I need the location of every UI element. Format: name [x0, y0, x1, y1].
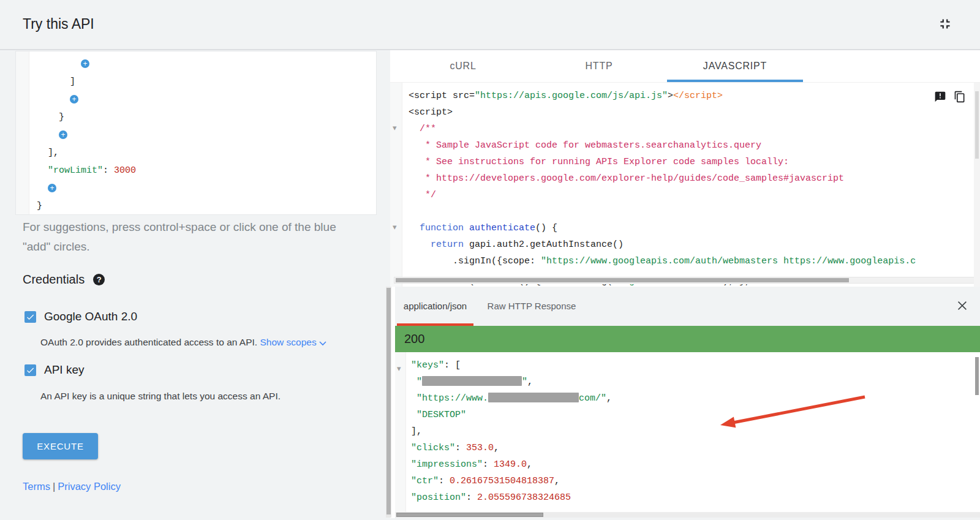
request-json-line: + — [37, 91, 376, 108]
response-line: "keys": [ — [411, 357, 980, 374]
response-line: ], — [411, 423, 980, 440]
apikey-description: An API key is a unique string that lets … — [40, 391, 281, 402]
response-json: "keys": [ "", "https://www.com/", "DESKT… — [406, 352, 980, 506]
response-line: "DESKTOP" — [411, 407, 980, 423]
add-circle-icon[interactable]: + — [48, 184, 56, 192]
fold-arrow-icon[interactable]: ▾ — [397, 364, 401, 373]
code-line: * Sample JavaScript code for webmasters.… — [409, 137, 980, 154]
code-horizontal-scrollbar[interactable] — [394, 277, 975, 284]
code-line: <script src="https://apis.google.com/js/… — [409, 88, 980, 104]
response-body[interactable]: ▾ "keys": [ "", "https://www.com/", "DES… — [395, 352, 980, 512]
feedback-icon[interactable] — [934, 91, 946, 105]
execute-button[interactable]: EXECUTE — [23, 433, 98, 459]
help-icon[interactable]: ? — [93, 274, 105, 285]
tab-javascript[interactable]: JAVASCRIPT — [667, 50, 803, 82]
request-json-line: } — [37, 108, 376, 126]
request-json-line: ], — [37, 144, 376, 162]
copy-icon[interactable] — [954, 91, 966, 105]
redacted-text — [422, 376, 522, 386]
response-line: "clicks": 353.0, — [411, 440, 980, 456]
code-line: * https://developers.google.com/explorer… — [409, 170, 980, 187]
response-gutter: ▾ — [395, 352, 406, 512]
code-line: .signIn({scope: "https://www.googleapis.… — [409, 253, 980, 269]
tab-application-json[interactable]: application/json — [397, 287, 473, 326]
code-line: /** — [409, 121, 980, 137]
request-json-line: "rowLimit": 3000 — [37, 162, 376, 179]
terms-link[interactable]: Terms — [23, 481, 50, 492]
chevron-down-icon — [319, 337, 326, 349]
page-title: Try this API — [23, 16, 94, 32]
request-body-editor[interactable]: +]+}+],"rowLimit": 3000+} — [15, 51, 377, 215]
response-line: "https://www.com/", — [411, 390, 980, 407]
request-pane: +]+}+],"rowLimit": 3000+} For suggestion… — [0, 50, 390, 520]
response-overlay: application/json Raw HTTP Response 200 ▾… — [395, 287, 980, 518]
code-sample-panel[interactable]: ▾ ▾ <script src="https://apis.google.com… — [390, 83, 980, 287]
tab-curl[interactable]: cURL — [395, 50, 531, 82]
status-badge: 200 — [395, 326, 980, 352]
oauth-checkbox[interactable] — [24, 311, 36, 323]
tab-http[interactable]: HTTP — [531, 50, 667, 82]
credentials-heading: Credentials ? — [23, 273, 105, 287]
add-circle-icon[interactable]: + — [70, 95, 78, 104]
code-line — [409, 203, 980, 220]
editor-hint: For suggestions, press control+space or … — [23, 217, 366, 257]
tab-raw-http-response[interactable]: Raw HTTP Response — [480, 287, 584, 326]
code-line: */ — [409, 187, 980, 203]
apikey-checkbox-row: API key — [24, 363, 84, 377]
code-line: function authenticate() { — [409, 220, 980, 236]
oauth-description: OAuth 2.0 provides authenticated access … — [40, 337, 326, 349]
fold-arrow-icon[interactable]: ▾ — [393, 222, 397, 232]
response-tabs: application/json Raw HTTP Response — [395, 287, 980, 326]
code-vertical-scrollbar[interactable] — [974, 83, 980, 287]
request-json-line: + — [37, 55, 376, 73]
response-horizontal-scrollbar[interactable] — [395, 512, 980, 518]
request-json-line: + — [37, 126, 376, 144]
fold-arrow-icon[interactable]: ▾ — [393, 123, 397, 132]
oauth-checkbox-row: Google OAuth 2.0 — [24, 310, 137, 323]
apikey-checkbox[interactable] — [24, 364, 36, 376]
apikey-label: API key — [44, 363, 84, 377]
response-line: "", — [411, 374, 980, 390]
footer-links: Terms|Privacy Policy — [23, 481, 121, 492]
code-line: return gapi.auth2.getAuthInstance() — [409, 236, 980, 253]
fullscreen-exit-icon[interactable] — [937, 16, 953, 32]
request-json-line: + — [37, 179, 376, 197]
code-line: <script> — [409, 104, 980, 121]
redacted-text — [488, 393, 579, 402]
request-json-line: ] — [37, 73, 376, 91]
response-line: "ctr": 0.26167531504818387, — [411, 473, 980, 489]
response-line: "position": 2.055596738324685 — [411, 489, 980, 506]
response-line: "impressions": 1349.0, — [411, 456, 980, 473]
oauth-label: Google OAuth 2.0 — [44, 310, 137, 323]
javascript-code: <script src="https://apis.google.com/js/… — [402, 83, 980, 269]
add-circle-icon[interactable]: + — [59, 130, 67, 139]
code-gutter: ▾ ▾ — [390, 83, 402, 287]
close-icon[interactable] — [956, 299, 969, 312]
request-json[interactable]: +]+}+],"rowLimit": 3000+} — [29, 51, 376, 214]
add-circle-icon[interactable]: + — [81, 59, 89, 68]
privacy-policy-link[interactable]: Privacy Policy — [58, 481, 121, 492]
code-sample-tabs: cURL HTTP JAVASCRIPT — [390, 50, 980, 83]
request-json-line: } — [37, 197, 376, 214]
response-left-scrollbar[interactable] — [386, 287, 391, 518]
show-scopes-link[interactable]: Show scopes — [260, 337, 326, 347]
response-vertical-scrollbar[interactable] — [975, 357, 979, 395]
code-line: * See instructions for running APIs Expl… — [409, 154, 980, 170]
editor-gutter — [16, 51, 29, 214]
panel-header: Try this API — [0, 0, 980, 50]
